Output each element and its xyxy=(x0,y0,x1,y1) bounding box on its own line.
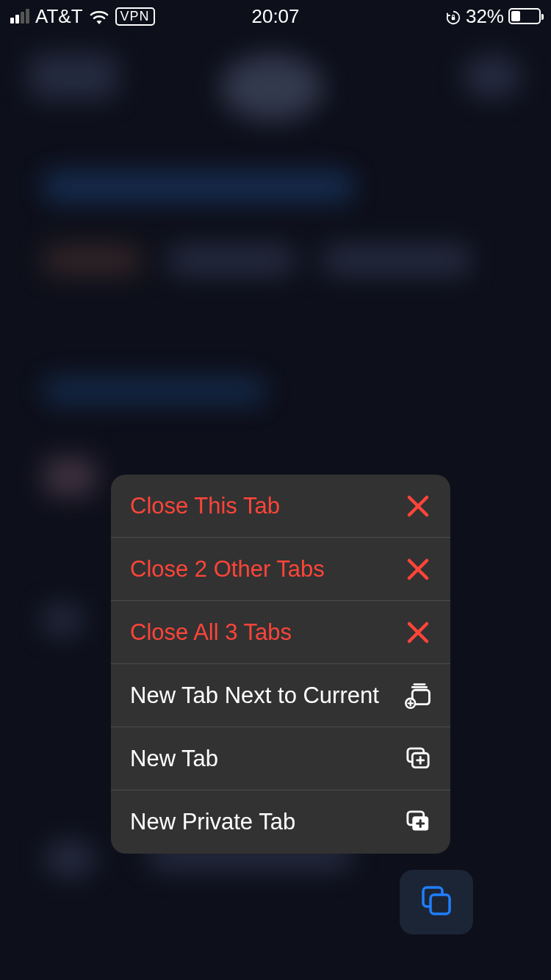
new-private-tab-icon xyxy=(405,809,431,835)
new-tab-icon xyxy=(405,746,431,772)
tabs-icon xyxy=(419,883,454,921)
close-icon xyxy=(405,493,431,519)
battery-percentage: 32% xyxy=(466,5,504,28)
menu-item-label: New Private Tab xyxy=(130,809,295,835)
menu-item-label: New Tab xyxy=(130,746,218,772)
status-left: AT&T VPN xyxy=(10,5,155,28)
new-tab-item[interactable]: New Tab xyxy=(111,727,450,790)
status-right: 32% xyxy=(445,5,541,28)
close-icon xyxy=(405,556,431,583)
carrier-label: AT&T xyxy=(35,5,83,28)
clock: 20:07 xyxy=(251,5,299,28)
rotation-lock-icon xyxy=(445,8,461,24)
svg-rect-0 xyxy=(452,17,455,20)
status-bar: AT&T VPN 20:07 32% xyxy=(0,0,551,32)
tab-switcher-button[interactable] xyxy=(400,870,473,934)
close-other-tabs-item[interactable]: Close 2 Other Tabs xyxy=(111,538,450,601)
close-icon xyxy=(405,619,431,646)
wifi-icon xyxy=(89,8,109,24)
new-tab-next-item[interactable]: New Tab Next to Current xyxy=(111,664,450,727)
close-all-tabs-item[interactable]: Close All 3 Tabs xyxy=(111,601,450,664)
new-tab-adjacent-icon xyxy=(405,682,431,709)
menu-item-label: Close This Tab xyxy=(130,493,280,519)
cellular-signal-icon xyxy=(10,9,29,24)
new-private-tab-item[interactable]: New Private Tab xyxy=(111,790,450,854)
svg-rect-9 xyxy=(431,895,450,914)
menu-item-label: New Tab Next to Current xyxy=(130,682,379,709)
tab-context-menu: Close This Tab Close 2 Other Tabs Close … xyxy=(111,475,450,854)
menu-item-label: Close All 3 Tabs xyxy=(130,619,292,646)
menu-item-label: Close 2 Other Tabs xyxy=(130,556,325,583)
battery-icon xyxy=(508,8,541,24)
vpn-badge: VPN xyxy=(115,7,155,26)
close-this-tab-item[interactable]: Close This Tab xyxy=(111,475,450,538)
